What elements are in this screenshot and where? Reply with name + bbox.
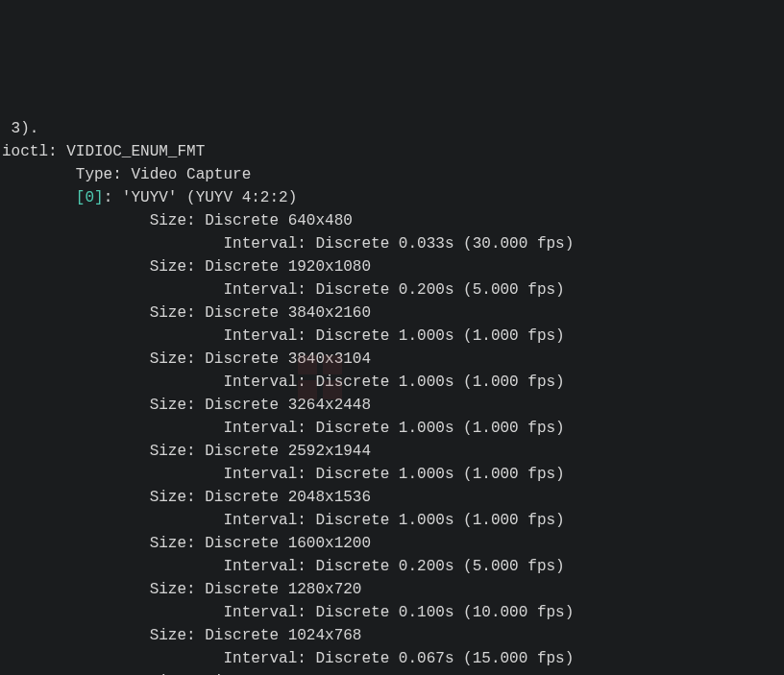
- terminal-text: : 'YUYV' (YUYV 4:2:2): [104, 189, 298, 206]
- terminal-output: 3).ioctl: VIDIOC_ENUM_FMT Type: Video Ca…: [0, 115, 784, 675]
- terminal-line: Size: Discrete 1024x768: [2, 624, 784, 647]
- terminal-text: Size: Discrete 2592x1944: [150, 443, 371, 460]
- terminal-text: Type: Video Capture: [76, 166, 251, 183]
- terminal-text: Interval: Discrete 0.067s (15.000 fps): [223, 650, 574, 667]
- terminal-line: Size: Discrete 2592x1944: [2, 440, 784, 463]
- terminal-line: Interval: Discrete 0.067s (15.000 fps): [2, 647, 784, 670]
- terminal-line: Size: Discrete 3840x2160: [2, 301, 784, 325]
- terminal-text: Interval: Discrete 1.000s (1.000 fps): [223, 420, 564, 437]
- terminal-text: Interval: Discrete 1.000s (1.000 fps): [223, 512, 564, 529]
- terminal-line: Type: Video Capture: [2, 163, 784, 186]
- terminal-line: 3).: [2, 117, 784, 140]
- terminal-line: Size: Discrete 320x240: [2, 670, 784, 675]
- terminal-text: Size: Discrete 1920x1080: [150, 258, 371, 276]
- terminal-text: Size: Discrete 3840x3104: [150, 350, 371, 368]
- terminal-line: Interval: Discrete 0.033s (30.000 fps): [2, 232, 784, 255]
- terminal-line: Size: Discrete 3264x2448: [2, 394, 784, 417]
- terminal-text: Interval: Discrete 0.200s (5.000 fps): [223, 558, 564, 575]
- terminal-line: [0]: 'YUYV' (YUYV 4:2:2): [2, 186, 784, 209]
- terminal-line: Interval: Discrete 0.200s (5.000 fps): [2, 278, 784, 301]
- terminal-line: Size: Discrete 1920x1080: [2, 255, 784, 278]
- terminal-line: Interval: Discrete 1.000s (1.000 fps): [2, 463, 784, 486]
- terminal-line: Interval: Discrete 0.200s (5.000 fps): [2, 555, 784, 578]
- terminal-line: Size: Discrete 2048x1536: [2, 486, 784, 509]
- terminal-text: Size: Discrete 3264x2448: [150, 397, 371, 414]
- terminal-text: Size: Discrete 1024x768: [150, 627, 362, 644]
- terminal-line: Interval: Discrete 1.000s (1.000 fps): [2, 325, 784, 348]
- terminal-line: Size: Discrete 1600x1200: [2, 532, 784, 555]
- terminal-text: Size: Discrete 640x480: [150, 212, 353, 229]
- terminal-line: Interval: Discrete 1.000s (1.000 fps): [2, 417, 784, 440]
- terminal-line: ioctl: VIDIOC_ENUM_FMT: [2, 140, 784, 163]
- terminal-line: Interval: Discrete 1.000s (1.000 fps): [2, 509, 784, 532]
- terminal-line: Interval: Discrete 0.100s (10.000 fps): [2, 601, 784, 624]
- terminal-line: Size: Discrete 640x480: [2, 209, 784, 232]
- terminal-text: Size: Discrete 3840x2160: [150, 304, 371, 322]
- terminal-text: Interval: Discrete 0.200s (5.000 fps): [223, 281, 564, 299]
- terminal-text: ioctl: VIDIOC_ENUM_FMT: [2, 143, 205, 160]
- terminal-text: 3).: [2, 120, 38, 137]
- terminal-text: Interval: Discrete 0.033s (30.000 fps): [223, 235, 574, 253]
- terminal-text: Interval: Discrete 1.000s (1.000 fps): [223, 374, 564, 391]
- terminal-text: Size: Discrete 1280x720: [150, 581, 362, 598]
- terminal-text: Interval: Discrete 1.000s (1.000 fps): [223, 466, 564, 483]
- terminal-text: [0]: [76, 189, 104, 206]
- terminal-text: Size: Discrete 1600x1200: [150, 535, 371, 552]
- terminal-text: Size: Discrete 2048x1536: [150, 489, 371, 506]
- terminal-text: Interval: Discrete 1.000s (1.000 fps): [223, 327, 564, 345]
- terminal-text: Interval: Discrete 0.100s (10.000 fps): [223, 604, 574, 621]
- terminal-line: Size: Discrete 3840x3104: [2, 348, 784, 371]
- terminal-line: Interval: Discrete 1.000s (1.000 fps): [2, 371, 784, 394]
- terminal-line: Size: Discrete 1280x720: [2, 578, 784, 601]
